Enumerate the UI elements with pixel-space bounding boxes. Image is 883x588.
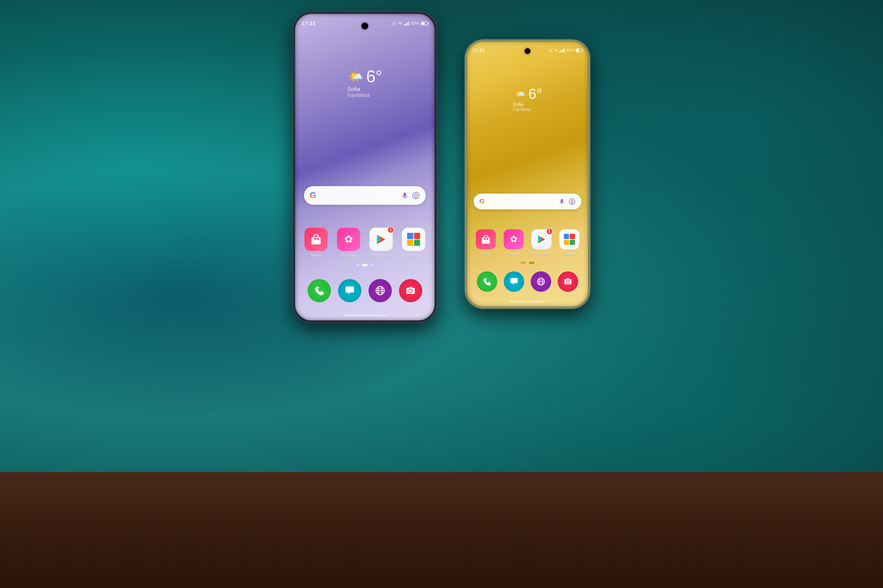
app-gallery-left[interactable]: ✿ Gallery <box>336 228 361 258</box>
messages-svg-right <box>509 276 519 287</box>
left-phone-search-bar[interactable]: G <box>304 186 426 205</box>
google-g-left: G <box>310 190 316 200</box>
volume-up-button-left-phone[interactable] <box>293 76 293 100</box>
app-store-left[interactable]: Store <box>303 228 329 258</box>
volume-down-button-right-phone[interactable] <box>465 132 465 156</box>
svg-point-19 <box>550 50 552 51</box>
left-phone-app-grid: Store ✿ Gallery <box>303 228 426 258</box>
left-phone-screen: 17:21 <box>295 14 435 321</box>
gallery-label-left: Gallery <box>341 253 356 258</box>
left-phone-page-dots <box>357 264 373 266</box>
google-icon-left <box>402 228 425 251</box>
wifi-icon-left <box>397 21 403 26</box>
weather-icon-right: 🌤️ <box>513 88 526 100</box>
weather-info-right: Sofia Fair/Wind <box>513 102 542 112</box>
signal-bar-1 <box>404 24 405 26</box>
weather-temp-right: 6° <box>528 86 542 102</box>
right-phone-dock <box>474 272 581 292</box>
right-phone-screen: 17:21 <box>466 41 588 307</box>
messages-svg-left <box>344 285 356 297</box>
weather-info-left: Sofia Fair/Wind <box>347 86 382 98</box>
google-grid-green-r <box>570 240 575 245</box>
svg-rect-21 <box>561 199 563 202</box>
app-google-left[interactable]: Google <box>401 228 426 258</box>
store-label-right: Store <box>481 251 490 256</box>
playstore-badge-left: 1 <box>387 226 394 233</box>
wifi-icon-right <box>554 48 558 52</box>
app-store-right[interactable]: Store <box>475 230 497 256</box>
mic-icon-left[interactable] <box>401 192 409 199</box>
playstore-svg-left <box>375 233 388 246</box>
gallery-icon-right: ✿ <box>504 230 523 249</box>
left-phone-dock <box>304 279 426 302</box>
volume-down-button-left-phone[interactable] <box>293 105 293 128</box>
app-playstore-right[interactable]: 2 Play Store <box>531 230 552 256</box>
dock-internet-right[interactable] <box>531 272 551 292</box>
google-grid-left <box>407 233 420 246</box>
lens-icon-right[interactable] <box>569 198 576 205</box>
app-google-icon-wrapper-left <box>402 228 425 251</box>
dock-internet-left[interactable] <box>369 279 392 302</box>
weather-row-right: 🌤️ 6° <box>513 86 542 102</box>
weather-row-left: 🌤️ 6° <box>347 67 382 86</box>
playstore-label-right: Play Store <box>533 251 551 256</box>
svg-rect-27 <box>482 237 490 243</box>
store-icon-left <box>304 228 328 251</box>
phone-right: 17:21 <box>465 39 590 309</box>
dock-camera-left[interactable] <box>399 279 422 302</box>
app-store-icon-wrapper-left <box>304 228 328 251</box>
left-phone-status-right: 50% <box>392 21 428 26</box>
page-dot-right-1 <box>520 262 526 264</box>
mic-icon-right[interactable] <box>559 198 565 205</box>
signal-bar-3 <box>407 22 408 26</box>
store-bag-svg-left <box>310 233 322 246</box>
dock-messages-right[interactable] <box>504 272 524 292</box>
battery-fill-right <box>576 49 579 51</box>
app-google-right[interactable]: Google <box>558 230 581 256</box>
gallery-icon-left: ✿ <box>337 228 360 251</box>
dock-camera-right[interactable] <box>558 272 578 292</box>
app-google-icon-wrapper-right <box>559 230 579 249</box>
svg-rect-28 <box>484 238 486 240</box>
weather-temp-left: 6° <box>366 67 382 86</box>
google-grid-blue-r <box>564 234 569 239</box>
right-phone-battery-percent: 51% <box>566 48 574 52</box>
app-gallery-icon-wrapper-right: ✿ <box>504 230 523 249</box>
weather-icon-left: 🌤️ <box>347 69 363 84</box>
store-icon-right <box>476 230 496 249</box>
store-label-left: Store <box>310 253 322 258</box>
dock-phone-right[interactable] <box>477 272 497 292</box>
right-phone-status-right: 51% <box>549 48 582 52</box>
svg-point-20 <box>549 49 552 52</box>
page-dot-left-1 <box>357 264 359 266</box>
power-button-left-phone[interactable] <box>436 81 437 100</box>
internet-svg-right <box>536 276 546 287</box>
google-grid-yellow-r <box>564 240 569 245</box>
page-dot-right-2 <box>529 262 534 264</box>
internet-svg-left <box>374 285 386 297</box>
dock-phone-left[interactable] <box>308 279 331 302</box>
right-phone-status-icons <box>549 48 564 52</box>
svg-rect-2 <box>404 193 406 196</box>
store-bag-svg-right <box>480 234 491 245</box>
app-gallery-right[interactable]: ✿ Gallery <box>502 230 525 256</box>
svg-point-0 <box>393 22 395 24</box>
right-phone-app-grid: Store ✿ Gallery <box>475 230 581 256</box>
left-phone-weather: 🌤️ 6° Sofia Fair/Wind <box>347 67 382 98</box>
weather-condition-right: Fair/Wind <box>513 107 542 112</box>
app-playstore-left[interactable]: 1 Play Store <box>368 228 394 258</box>
signal-bars-right <box>559 48 564 52</box>
lens-icon-left[interactable] <box>412 192 420 200</box>
right-phone-search-bar[interactable]: G <box>474 194 581 209</box>
right-phone-page-dots <box>520 262 534 264</box>
google-grid-red <box>414 233 420 239</box>
signal-bar-r4 <box>564 48 564 52</box>
volume-up-button-right-phone[interactable] <box>465 105 465 128</box>
signal-bars-left <box>404 21 409 26</box>
dock-messages-left[interactable] <box>338 279 361 302</box>
power-button-right-phone[interactable] <box>590 109 590 128</box>
app-playstore-icon-wrapper-left: 1 <box>370 228 393 251</box>
signal-bar-2 <box>405 24 406 26</box>
google-grid-green <box>414 240 420 246</box>
signal-bar-4 <box>408 22 409 26</box>
